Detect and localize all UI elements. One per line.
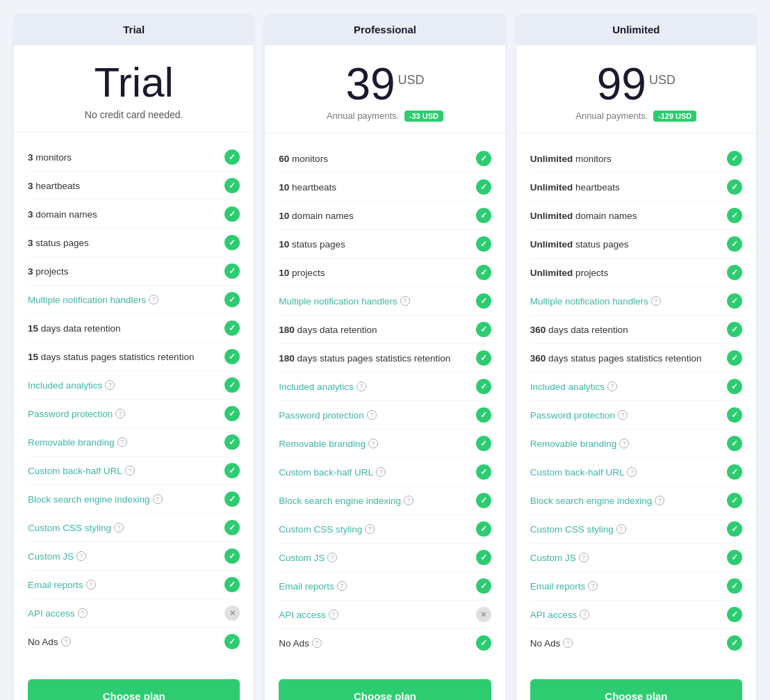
check-icon (727, 322, 742, 337)
feature-row: Unlimited monitors (530, 145, 742, 173)
help-icon[interactable]: ? (404, 496, 413, 505)
feature-label: 10 projects (279, 268, 475, 278)
feature-label-text: Block search engine indexing (530, 496, 653, 506)
check-icon (224, 178, 240, 193)
feature-row: Multiple notification handlers? (279, 287, 491, 316)
feature-label-text: Multiple notification handlers (279, 296, 397, 307)
feature-label-text: 10 projects (279, 268, 325, 278)
help-icon[interactable]: ? (61, 637, 71, 646)
plan-pricing-trial: TrialNo credit card needed. (14, 45, 254, 132)
feature-label: No Ads? (530, 638, 727, 649)
help-icon[interactable]: ? (357, 382, 366, 391)
plans-container: TrialTrialNo credit card needed.3 monito… (14, 14, 756, 700)
feature-label-text: Password protection (28, 409, 113, 419)
feature-label: 3 domain names (28, 209, 224, 220)
help-icon[interactable]: ? (149, 295, 158, 304)
feature-label: Unlimited heartbeats (530, 182, 727, 193)
help-icon[interactable]: ? (125, 466, 135, 475)
help-icon[interactable]: ? (627, 467, 637, 477)
help-icon[interactable]: ? (588, 581, 598, 591)
check-icon (476, 578, 491, 594)
choose-plan-button-trial[interactable]: Choose plan (28, 679, 240, 700)
feature-label-text: 3 projects (28, 266, 69, 277)
feature-label-text: Password protection (530, 410, 615, 421)
feature-label: Block search engine indexing? (28, 494, 224, 505)
help-icon[interactable]: ? (365, 524, 375, 534)
help-icon[interactable]: ? (153, 494, 163, 504)
help-icon[interactable]: ? (619, 439, 629, 448)
feature-label-text: API access (28, 608, 75, 619)
feature-label: Custom JS? (279, 553, 475, 563)
feature-label: 10 status pages (279, 239, 475, 250)
check-icon (727, 464, 742, 480)
feature-row: 3 heartbeats (28, 172, 240, 200)
choose-plan-button-unlimited[interactable]: Choose plan (530, 679, 742, 700)
feature-label-text: 15 days data retention (28, 323, 121, 334)
feature-label-text: API access (279, 610, 326, 620)
help-icon[interactable]: ? (367, 410, 377, 420)
help-icon[interactable]: ? (651, 296, 661, 306)
feature-row: Custom JS? (28, 542, 240, 571)
feature-label: 10 heartbeats (279, 182, 475, 193)
help-icon[interactable]: ? (376, 467, 386, 477)
feature-label-text: 10 status pages (279, 239, 345, 250)
feature-label-text: Custom JS (530, 553, 576, 563)
help-icon[interactable]: ? (607, 382, 617, 391)
plan-badge-unlimited: -129 USD (653, 111, 696, 122)
feature-label-text: Multiple notification handlers (28, 295, 146, 305)
help-icon[interactable]: ? (655, 496, 664, 505)
help-icon[interactable]: ? (114, 523, 124, 532)
check-icon (224, 292, 240, 307)
help-icon[interactable]: ? (563, 638, 573, 648)
check-icon (224, 149, 240, 165)
feature-label: Multiple notification handlers? (530, 296, 727, 307)
feature-row: Multiple notification handlers? (28, 286, 240, 314)
feature-label: Unlimited status pages (530, 239, 727, 250)
feature-row: 360 days status pages statistics retenti… (530, 344, 742, 373)
feature-label: 3 projects (28, 266, 224, 277)
feature-label: Password protection? (28, 409, 224, 419)
help-icon[interactable]: ? (312, 638, 322, 648)
feature-label-text: 3 heartbeats (28, 181, 80, 191)
feature-row: Included analytics? (530, 373, 742, 401)
check-icon (224, 349, 240, 364)
check-icon (727, 607, 742, 622)
feature-label-text: 3 domain names (28, 209, 97, 220)
plan-price-professional: 39USD (279, 62, 491, 106)
help-icon[interactable]: ? (579, 553, 589, 562)
feature-row: Removable branding? (28, 428, 240, 457)
feature-label-text: 180 days data retention (279, 325, 377, 335)
help-icon[interactable]: ? (400, 296, 410, 306)
help-icon[interactable]: ? (105, 380, 115, 390)
help-icon[interactable]: ? (337, 581, 347, 591)
help-icon[interactable]: ? (618, 410, 628, 420)
help-icon[interactable]: ? (78, 608, 88, 618)
feature-row: 3 status pages (28, 229, 240, 257)
feature-label-text: No Ads (28, 637, 58, 647)
help-icon[interactable]: ? (115, 409, 125, 418)
feature-label: Custom JS? (28, 551, 224, 562)
feature-row: Block search engine indexing? (530, 487, 742, 515)
help-icon[interactable]: ? (580, 610, 589, 619)
feature-label-text: Multiple notification handlers (530, 296, 648, 307)
help-icon[interactable]: ? (76, 551, 86, 561)
help-icon[interactable]: ? (368, 439, 378, 448)
plan-price-unlimited: 99USD (530, 62, 742, 106)
choose-plan-button-professional[interactable]: Choose plan (279, 679, 491, 700)
feature-label-text: Custom CSS styling (279, 524, 362, 535)
help-icon[interactable]: ? (117, 437, 127, 447)
check-icon (224, 634, 240, 649)
feature-label: 3 status pages (28, 238, 224, 248)
feature-row: 360 days data retention (530, 316, 742, 344)
feature-row: Custom CSS styling? (530, 515, 742, 544)
feature-label-text: 10 heartbeats (279, 182, 336, 193)
help-icon[interactable]: ? (86, 580, 96, 589)
check-icon (727, 236, 742, 252)
feature-label-text: Email reports (279, 581, 334, 592)
help-icon[interactable]: ? (329, 610, 338, 619)
feature-label: Removable branding? (530, 439, 727, 449)
check-icon (727, 578, 742, 594)
help-icon[interactable]: ? (327, 553, 337, 562)
help-icon[interactable]: ? (616, 524, 626, 534)
feature-row: Removable branding? (530, 430, 742, 458)
